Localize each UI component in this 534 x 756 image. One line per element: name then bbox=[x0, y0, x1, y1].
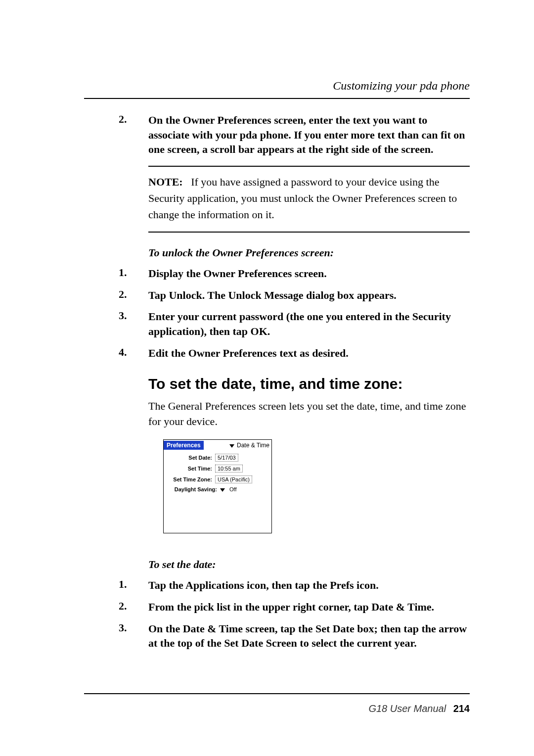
step-number: 2. bbox=[119, 288, 138, 301]
unlock-step-1: 1. Display the Owner Preferences screen. bbox=[148, 266, 470, 281]
set-timezone-label: Set Time Zone: bbox=[166, 476, 215, 482]
set-date-label: Set Date: bbox=[166, 455, 215, 461]
step-text: Tap the Applications icon, then tap the … bbox=[148, 578, 470, 593]
setdate-heading: To set the date: bbox=[148, 558, 470, 571]
header-rule bbox=[84, 98, 470, 99]
screenshot-category-dropdown[interactable]: Date & Time bbox=[204, 442, 271, 449]
page-content: 2. On the Owner Preferences screen, ente… bbox=[148, 113, 470, 658]
set-time-row: Set Time: 10:55 am bbox=[164, 465, 271, 472]
daylight-saving-dropdown[interactable]: Off bbox=[220, 486, 239, 492]
step-text: Edit the Owner Preferences text as desir… bbox=[148, 346, 470, 361]
step-number: 2. bbox=[119, 600, 138, 613]
daylight-saving-label: Daylight Saving: bbox=[166, 486, 220, 492]
page-header-title: Customizing your pda phone bbox=[333, 79, 470, 93]
note-label: NOTE: bbox=[148, 176, 183, 188]
unlock-heading: To unlock the Owner Preferences screen: bbox=[148, 246, 470, 259]
step-text: Tap Unlock. The Unlock Message dialog bo… bbox=[148, 288, 470, 303]
step-number: 2. bbox=[119, 113, 138, 126]
note-text: NOTE: If you have assigned a password to… bbox=[148, 174, 470, 223]
setdate-step-3: 3. On the Date & Time screen, tap the Se… bbox=[148, 621, 470, 651]
step-text: From the pick list in the upper right co… bbox=[148, 600, 470, 614]
set-timezone-value[interactable]: USA (Pacific) bbox=[215, 475, 252, 483]
manual-name: G18 User Manual bbox=[368, 703, 446, 714]
set-time-value[interactable]: 10:55 am bbox=[215, 465, 243, 472]
unlock-step-2: 2. Tap Unlock. The Unlock Message dialog… bbox=[148, 288, 470, 303]
screenshot-app-title: Preferences bbox=[164, 441, 204, 450]
step-text: On the Owner Preferences screen, enter t… bbox=[148, 113, 470, 157]
step-number: 1. bbox=[119, 266, 138, 279]
setdate-step-2: 2. From the pick list in the upper right… bbox=[148, 600, 470, 614]
page-footer: G18 User Manual 214 bbox=[84, 693, 470, 714]
dropdown-triangle-icon bbox=[220, 488, 225, 492]
owner-prefs-step-2: 2. On the Owner Preferences screen, ente… bbox=[148, 113, 470, 157]
page-number: 214 bbox=[453, 703, 470, 714]
note-body: If you have assigned a password to your … bbox=[148, 176, 457, 221]
step-text: Enter your current password (the one you… bbox=[148, 309, 470, 338]
step-number: 3. bbox=[119, 309, 138, 322]
step-text: On the Date & Time screen, tap the Set D… bbox=[148, 621, 470, 651]
step-number: 1. bbox=[119, 578, 138, 591]
dropdown-triangle-icon bbox=[229, 444, 234, 448]
step-number: 3. bbox=[119, 621, 138, 634]
set-timezone-row: Set Time Zone: USA (Pacific) bbox=[164, 475, 271, 483]
manual-page: Customizing your pda phone 2. On the Own… bbox=[0, 0, 534, 756]
set-time-label: Set Time: bbox=[166, 466, 215, 472]
preferences-screenshot: Preferences Date & Time Set Date: 5/17/0… bbox=[163, 439, 272, 533]
note-box: NOTE: If you have assigned a password to… bbox=[148, 166, 470, 233]
step-text: Display the Owner Preferences screen. bbox=[148, 266, 470, 281]
screenshot-header: Preferences Date & Time bbox=[164, 440, 271, 451]
unlock-step-4: 4. Edit the Owner Preferences text as de… bbox=[148, 346, 470, 361]
daylight-saving-row: Daylight Saving: Off bbox=[164, 486, 271, 492]
datetime-intro: The General Preferences screen lets you … bbox=[148, 398, 470, 430]
step-number: 4. bbox=[119, 346, 138, 359]
datetime-section-title: To set the date, time, and time zone: bbox=[148, 376, 470, 392]
set-date-value[interactable]: 5/17/03 bbox=[215, 454, 238, 462]
dropdown-value: Date & Time bbox=[237, 442, 269, 449]
unlock-step-3: 3. Enter your current password (the one … bbox=[148, 309, 470, 338]
daylight-saving-value: Off bbox=[227, 486, 238, 493]
set-date-row: Set Date: 5/17/03 bbox=[164, 454, 271, 462]
setdate-step-1: 1. Tap the Applications icon, then tap t… bbox=[148, 578, 470, 593]
